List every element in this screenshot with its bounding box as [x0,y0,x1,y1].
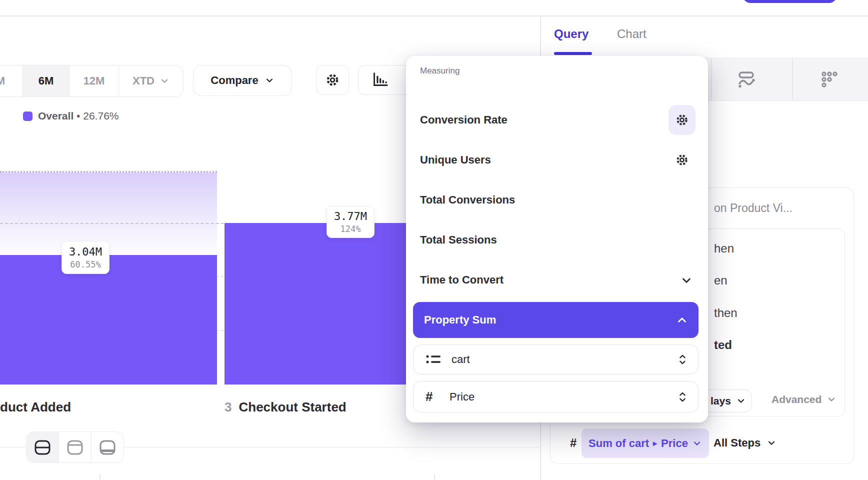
step-fragment-text: then [714,306,738,320]
gear-icon [325,72,340,88]
unique-users-settings-button[interactable] [675,153,689,169]
funnel-bar-checkout-started[interactable] [224,223,415,384]
list-icon [426,354,442,366]
top-header-bar [0,0,868,16]
flows-button[interactable] [736,68,758,91]
menu-item-property-sum-selected[interactable]: Property Sum [413,302,698,338]
dots-grid-icon [818,68,841,91]
measuring-title-text: Measuring [420,66,460,76]
time-range-xtd[interactable]: XTD [118,66,183,96]
toolbar-divider [711,58,712,100]
step-row-fragment: then [714,306,738,320]
step2-name: Checkout Started [238,400,346,414]
number-type-icon: # [570,436,576,450]
active-tab-underline [554,52,592,55]
gear-icon [675,153,689,167]
tab-query-label: Query [554,27,588,40]
chevron-down-icon [264,76,274,86]
menu-item-unique-users[interactable]: Unique Users [420,152,491,168]
all-steps-dropdown[interactable]: All Steps [714,431,776,455]
time-to-convert-expander[interactable] [680,274,693,289]
apps-menu-button[interactable] [818,68,841,91]
layout-split-icon [34,440,51,456]
menu-item-time-to-convert[interactable]: Time to Convert [420,272,504,288]
menu-item-label: Total Sessions [420,234,497,246]
menu-item-total-sessions[interactable]: Total Sessions [420,232,497,248]
menu-item-conversion-rate[interactable]: Conversion Rate [420,112,508,128]
arrow-right-icon: ▸ [653,438,657,448]
table-column-divider [100,474,100,480]
chevron-down-icon [692,438,702,448]
numeric-property-value: Price [450,390,668,404]
bar1-value: 3.04M [69,246,102,258]
legend-label: Overall [38,110,74,122]
time-range-xtd-label: XTD [132,74,154,88]
time-range-6m[interactable]: 6M [22,66,69,96]
step-fragment-text: hen [714,242,734,255]
event-property-value: cart [452,353,668,366]
card-title-text: on Product Vi... [714,202,792,214]
chevron-down-icon [680,274,693,287]
all-steps-label: All Steps [714,436,760,450]
step2-number: 3 [224,400,232,414]
time-range-segmented-control: M 6M 12M XTD [0,65,184,97]
chevron-down-icon [826,394,836,404]
funnel-bar-product-added[interactable] [0,255,217,384]
time-range-6m-label: 6M [38,74,54,88]
step-label-product-added: duct Added [0,400,71,415]
layout-top-icon [66,440,84,456]
legend: Overall • 26.76% [38,110,119,122]
legend-color-swatch [23,112,32,121]
bar2-value: 3.77M [334,210,367,222]
tab-chart-label: Chart [617,27,646,40]
menu-item-label: Total Conversions [420,194,515,206]
step-label-checkout-started: 3Checkout Started [224,400,346,415]
layout-top-toggle[interactable] [58,432,91,462]
time-range-m-label: M [0,74,5,88]
chart-settings-button[interactable] [316,65,349,95]
step-fragment-text: en [714,274,728,287]
conversion-window-label: lays [710,395,731,407]
compare-label: Compare [210,74,258,87]
menu-item-label: Unique Users [420,154,491,166]
advanced-dropdown[interactable]: Advanced [772,394,836,406]
toolbar-divider [792,58,793,100]
tab-query[interactable]: Query [554,27,588,41]
layout-split-toggle[interactable] [26,432,58,462]
bar-chart-icon [370,70,390,90]
tab-chart[interactable]: Chart [617,27,646,41]
chevron-down-icon [766,438,776,448]
select-updown-icon [677,390,688,404]
menu-item-label: Conversion Rate [420,114,508,126]
time-range-12m[interactable]: 12M [69,66,118,96]
advanced-label: Advanced [772,394,822,406]
bar2-percent: 124% [340,224,361,234]
measured-property-chip[interactable]: Sum of cart ▸ Price [582,428,709,458]
gear-icon [675,113,689,127]
compare-button[interactable]: Compare [193,65,292,96]
layout-bottom-icon [99,440,116,456]
primary-action-button[interactable] [742,0,837,3]
bar1-percent: 60.55% [70,260,100,270]
event-property-select[interactable]: cart [413,344,698,374]
time-range-m[interactable]: M [0,66,22,96]
flows-wave-icon [736,68,758,90]
numeric-property-select[interactable]: # Price [413,381,698,412]
layout-bottom-toggle[interactable] [91,432,124,462]
legend-value: 26.76% [83,110,118,122]
menu-item-label: Time to Convert [420,274,504,286]
hash-icon: # [426,389,440,404]
bar-value-tooltip: 3.04M 60.55% [62,241,110,274]
step-row-fragment: hen [714,242,734,256]
menu-item-total-conversions[interactable]: Total Conversions [420,192,515,208]
bar-value-tooltip: 3.77M 124% [326,206,374,238]
time-range-12m-label: 12M [84,74,105,88]
conversion-rate-settings-button[interactable] [675,113,689,129]
chevron-down-icon [736,396,746,406]
table-column-divider [434,474,435,480]
measure-chip-property: Price [661,437,688,450]
property-sum-label: Property Sum [424,314,496,326]
measure-chip-event: Sum of cart [588,437,649,450]
chevron-down-icon [160,76,170,86]
select-updown-icon [677,352,688,366]
